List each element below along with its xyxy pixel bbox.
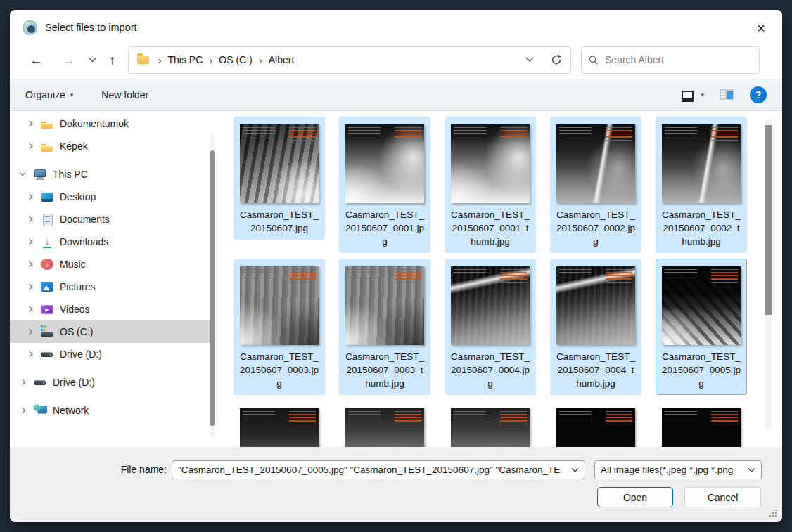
- file-name-dropdown-icon[interactable]: [571, 467, 579, 472]
- address-dropdown-icon[interactable]: [525, 57, 534, 63]
- sidebar-item-music[interactable]: Music: [10, 253, 212, 275]
- expand-chevron-icon[interactable]: [25, 237, 34, 247]
- file-grid: Casmaron_TEST_20150607.jpgCasmaron_TEST_…: [234, 117, 782, 447]
- search-input[interactable]: [605, 54, 752, 65]
- file-thumbnail: [662, 408, 741, 447]
- expand-chevron-icon[interactable]: [18, 406, 27, 415]
- expand-chevron-icon[interactable]: [18, 377, 27, 387]
- organize-button[interactable]: Organize ▾: [25, 89, 73, 100]
- sidebar-item-drive-d[interactable]: Drive (D:): [10, 371, 212, 394]
- file-name-input[interactable]: "Casmaron_TEST_20150607_0005.jpg" "Casma…: [172, 460, 585, 479]
- preview-pane-icon[interactable]: [720, 89, 734, 100]
- file-tile-casmaron-test-20150607-0001-jpg[interactable]: Casmaron_TEST_20150607_0001.jpg: [339, 117, 430, 253]
- sidebar-item-pictures[interactable]: Pictures: [10, 275, 212, 298]
- sidebar-item-network[interactable]: Network: [10, 399, 212, 422]
- drive-icon: [33, 376, 47, 389]
- breadcrumb-item-this-pc[interactable]: This PC: [168, 54, 203, 65]
- new-folder-button[interactable]: New folder: [101, 89, 148, 100]
- file-type-select[interactable]: All image files(*.jpeg *.jpg *.png: [594, 460, 762, 479]
- file-name-text: Casmaron_TEST_20150607_0002.jpg: [556, 208, 636, 248]
- cancel-button[interactable]: Cancel: [684, 487, 761, 507]
- file-tile-casmaron-test-20150607-0002-jpg[interactable]: Casmaron_TEST_20150607_0002.jpg: [550, 117, 641, 253]
- search-box: [581, 46, 760, 74]
- os-drive-icon: [40, 325, 54, 338]
- file-thumbnail: [345, 266, 424, 345]
- file-tile-casmaron-test-20150607-0003-jpg[interactable]: Casmaron_TEST_20150607_0003.jpg: [234, 259, 325, 395]
- sidebar-item-label: Downloads: [60, 236, 108, 247]
- file-thumbnail: [240, 266, 319, 345]
- organize-caret-icon: ▾: [70, 91, 74, 98]
- expand-chevron-icon[interactable]: [25, 327, 34, 337]
- file-name-text: Casmaron_TEST_20150607_0003_thumb.jpg: [345, 350, 425, 390]
- folder-icon: [40, 140, 54, 153]
- back-icon[interactable]: ←: [30, 53, 43, 67]
- file-name-text: Casmaron_TEST_20150607_0004_thumb.jpg: [556, 350, 636, 390]
- file-thumbnail: [451, 266, 530, 345]
- sidebar-item-documents[interactable]: Documents: [10, 208, 212, 231]
- address-bar[interactable]: ›This PC›OS (C:)›Albert: [128, 46, 571, 74]
- recent-locations-chevron-icon[interactable]: [89, 58, 96, 63]
- expand-chevron-icon[interactable]: [25, 259, 34, 269]
- sidebar-item-label: Drive (D:): [53, 377, 95, 388]
- sidebar-item-label: Drive (D:): [60, 349, 102, 360]
- downloads-icon: [40, 235, 54, 248]
- change-view-button[interactable]: ▾: [682, 91, 704, 100]
- sidebar-item-os-c[interactable]: OS (C:): [10, 320, 212, 343]
- expand-chevron-icon[interactable]: [25, 141, 34, 151]
- file-thumbnail: [662, 266, 741, 345]
- sidebar-item-dokumentumok[interactable]: Dokumentumok: [10, 112, 212, 135]
- file-tile[interactable]: [445, 401, 536, 447]
- sidebar-item-label: This PC: [53, 169, 88, 180]
- sidebar-item-this-pc[interactable]: This PC: [10, 163, 212, 186]
- file-type-dropdown-icon[interactable]: [748, 467, 755, 472]
- expand-chevron-icon[interactable]: [25, 214, 34, 224]
- file-tile-casmaron-test-20150607-0004-thumb-jpg[interactable]: Casmaron_TEST_20150607_0004_thumb.jpg: [550, 259, 641, 395]
- folder-icon: [137, 56, 149, 64]
- file-thumbnail: [345, 124, 424, 203]
- file-grid-scrollbar[interactable]: [765, 125, 772, 315]
- file-area: Casmaron_TEST_20150607.jpgCasmaron_TEST_…: [222, 111, 782, 447]
- sidebar-item-label: Music: [60, 259, 86, 270]
- music-icon: [40, 258, 54, 271]
- file-thumbnail: [451, 124, 530, 203]
- expand-chevron-icon[interactable]: [25, 119, 34, 129]
- file-name-text: Casmaron_TEST_20150607_0004.jpg: [450, 350, 530, 390]
- forward-icon: →: [62, 53, 75, 67]
- open-button[interactable]: Open: [597, 487, 673, 507]
- help-icon[interactable]: ?: [750, 86, 767, 103]
- sidebar: DokumentumokKépekThis PCDesktopDocuments…: [10, 111, 222, 447]
- file-tile-casmaron-test-20150607-0001-thumb-jpg[interactable]: Casmaron_TEST_20150607_0001_thumb.jpg: [445, 117, 536, 253]
- file-tile-casmaron-test-20150607-0002-thumb-jpg[interactable]: Casmaron_TEST_20150607_0002_thumb.jpg: [656, 117, 747, 253]
- sidebar-item-desktop[interactable]: Desktop: [10, 186, 212, 208]
- breadcrumb-item-os-c[interactable]: OS (C:): [219, 54, 252, 65]
- resize-grip[interactable]: [769, 509, 777, 517]
- file-tile[interactable]: [656, 401, 747, 447]
- file-thumbnail: [556, 124, 635, 203]
- file-tile[interactable]: [550, 401, 641, 447]
- expand-chevron-icon[interactable]: [25, 192, 34, 202]
- file-tile[interactable]: [339, 401, 430, 447]
- thumbnail-view-icon: [682, 91, 694, 100]
- file-tile-casmaron-test-20150607-0005-jpg[interactable]: Casmaron_TEST_20150607_0005.jpg: [656, 259, 747, 395]
- file-tile-casmaron-test-20150607-0003-thumb-jpg[interactable]: Casmaron_TEST_20150607_0003_thumb.jpg: [339, 259, 430, 395]
- close-icon[interactable]: ×: [753, 19, 769, 37]
- expand-chevron-icon[interactable]: [25, 282, 34, 292]
- file-tile-casmaron-test-20150607-0004-jpg[interactable]: Casmaron_TEST_20150607_0004.jpg: [445, 259, 536, 395]
- expand-chevron-icon[interactable]: [18, 169, 27, 179]
- sidebar-item-downloads[interactable]: Downloads: [10, 231, 212, 253]
- file-tile[interactable]: [234, 401, 325, 447]
- refresh-icon[interactable]: [551, 54, 562, 65]
- expand-chevron-icon[interactable]: [25, 349, 34, 359]
- breadcrumb-item-albert[interactable]: Albert: [269, 54, 295, 65]
- sidebar-item-videos[interactable]: Videos: [10, 298, 212, 320]
- sidebar-item-drive-d[interactable]: Drive (D:): [10, 343, 212, 365]
- expand-chevron-icon[interactable]: [25, 304, 34, 314]
- sidebar-item-k-pek[interactable]: Képek: [10, 135, 212, 157]
- drive-icon: [40, 348, 54, 361]
- navigation-bar: ← → ↑ ›This PC›OS (C:)›Albert: [10, 45, 782, 79]
- sidebar-scrollbar[interactable]: [210, 150, 215, 426]
- file-tile-casmaron-test-20150607-jpg[interactable]: Casmaron_TEST_20150607.jpg: [234, 117, 325, 240]
- pictures-icon: [40, 280, 54, 293]
- file-thumbnail: [556, 266, 635, 345]
- up-icon[interactable]: ↑: [109, 53, 116, 67]
